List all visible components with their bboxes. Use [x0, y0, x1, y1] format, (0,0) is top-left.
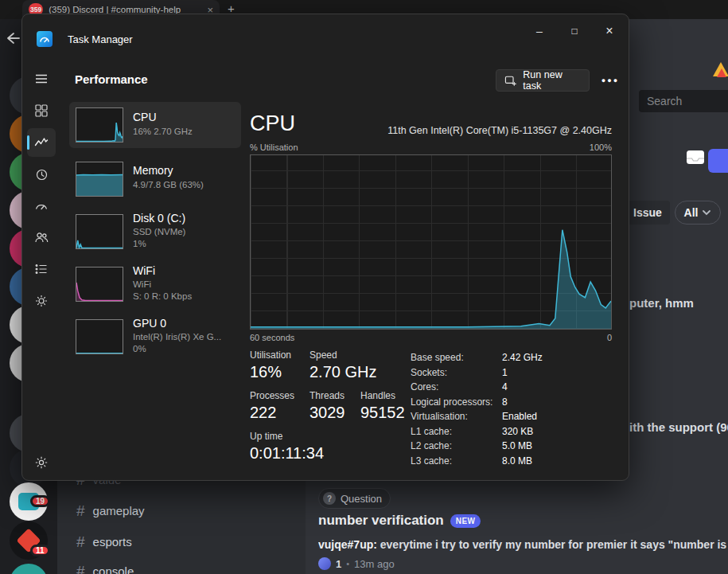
channel-item-console[interactable]: # console — [76, 560, 134, 574]
sidebar-item-app-history[interactable] — [29, 162, 54, 187]
nav-menu-button[interactable] — [29, 66, 54, 92]
sidebar-item-details[interactable] — [29, 256, 54, 282]
detail-value: 8 — [502, 396, 508, 408]
axis-label-60s: 60 seconds — [250, 333, 294, 342]
stat-value: 16% — [250, 363, 291, 381]
perf-item-name: WiFi — [133, 264, 155, 277]
screen: 19 11 # value # gameplay # esports # con… — [0, 0, 728, 574]
detail-label: L3 cache: — [411, 455, 502, 467]
sidebar-item-startup-apps[interactable] — [29, 193, 54, 218]
perf-item-memory[interactable]: Memory 4.9/7.8 GB (63%) — [69, 158, 241, 201]
stat-threads: Threads 3029 — [309, 390, 345, 422]
detail-value: 1 — [502, 367, 508, 378]
issue-tag-button[interactable]: Issue — [625, 201, 670, 225]
gpu-mini-graph — [76, 319, 123, 354]
services-gear-icon — [34, 294, 49, 308]
channel-name: esports — [93, 535, 132, 549]
perf-item-disk[interactable]: Disk 0 (C:) SSD (NVMe) 1% — [69, 207, 241, 256]
sidebar-item-services[interactable] — [29, 288, 54, 314]
stat-processes: Processes 222 — [250, 390, 294, 422]
perf-item-name: CPU — [133, 111, 157, 123]
perf-item-name: GPU 0 — [133, 317, 166, 330]
detail-label: Sockets: — [411, 367, 502, 378]
message-fragment: ith the support (90% — [629, 420, 728, 434]
new-badge: NEW — [450, 514, 481, 528]
avatar — [318, 557, 331, 570]
sidebar-item-users[interactable] — [29, 225, 54, 250]
gauge-icon — [34, 198, 49, 213]
inbox-icon[interactable] — [686, 150, 705, 166]
history-clock-icon — [34, 167, 49, 182]
stat-label: Up time — [250, 431, 324, 442]
cpu-utilisation-graph — [250, 154, 612, 330]
wifi-mini-graph — [76, 267, 123, 302]
perf-item-sub: 1% — [133, 239, 146, 248]
channel-item-esports[interactable]: # esports — [76, 530, 132, 553]
meta-separator: • — [346, 559, 349, 568]
stat-speed: Speed 2.70 GHz — [309, 349, 376, 381]
perf-item-sub: 16% 2.70 GHz — [133, 127, 193, 136]
question-tag-label: Question — [341, 493, 382, 505]
stat-value: 2.70 GHz — [309, 363, 376, 381]
perf-item-gpu[interactable]: GPU 0 Intel(R) Iris(R) Xe G... 0% — [69, 312, 241, 361]
task-manager-window: Task Manager – □ × Performance Run new t… — [21, 14, 629, 481]
filter-all-dropdown[interactable]: All — [675, 201, 721, 225]
detail-value: 4 — [502, 381, 508, 392]
cpu-mini-graph — [76, 107, 123, 143]
server-icon[interactable] — [10, 564, 48, 574]
perf-item-sub: 4.9/7.8 GB (63%) — [133, 180, 204, 189]
details-list-icon — [34, 262, 49, 276]
stat-value: 3029 — [309, 404, 345, 422]
perf-item-name: Memory — [133, 164, 173, 177]
new-tab-button[interactable]: + — [228, 2, 235, 14]
search-input[interactable] — [639, 90, 728, 112]
axis-label-100: 100% — [571, 143, 612, 152]
minimize-button[interactable]: – — [522, 18, 557, 45]
detail-label: L2 cache: — [411, 440, 502, 451]
memory-mini-graph — [76, 162, 123, 197]
perf-item-sub: SSD (NVMe) — [133, 227, 185, 236]
task-manager-app-icon — [37, 31, 53, 47]
stat-utilisation: Utilisation 16% — [250, 349, 291, 381]
post-timestamp: 13m ago — [354, 558, 395, 570]
close-button[interactable]: × — [592, 18, 627, 45]
stat-value: 0:01:11:34 — [250, 444, 324, 463]
stat-value: 222 — [250, 404, 294, 422]
browser-back-icon[interactable] — [5, 30, 21, 46]
channel-name: console — [93, 564, 134, 574]
detail-label: L1 cache: — [411, 426, 502, 437]
message-fragment: puter, hmm — [629, 296, 694, 310]
settings-button[interactable] — [29, 450, 54, 475]
new-post-button[interactable] — [708, 149, 728, 173]
perf-item-cpu[interactable]: CPU 16% 2.70 GHz — [69, 102, 241, 148]
stat-label: Speed — [309, 349, 376, 361]
detail-label: Cores: — [411, 381, 502, 392]
perf-item-name: Disk 0 (C:) — [133, 212, 185, 225]
more-options-button[interactable]: ●●● — [598, 71, 622, 90]
sidebar-item-processes[interactable] — [29, 98, 54, 123]
warning-triangle-inner-icon — [717, 68, 726, 77]
stat-label: Utilisation — [250, 349, 291, 361]
run-new-task-button[interactable]: Run new task — [496, 69, 590, 92]
detail-value: Enabled — [502, 411, 537, 422]
channel-name: gameplay — [93, 504, 145, 517]
detail-value: 320 KB — [502, 426, 533, 437]
question-mark-icon: ? — [323, 492, 336, 505]
question-tag-pill[interactable]: ? Question — [318, 488, 391, 509]
forum-post-title-row[interactable]: number verification NEW — [318, 513, 481, 529]
perf-item-sub: Intel(R) Iris(R) Xe G... — [133, 332, 221, 342]
perf-item-wifi[interactable]: WiFi WiFi S: 0 R: 0 Kbps — [69, 260, 241, 309]
stat-value: 95152 — [360, 404, 405, 422]
forum-post-preview[interactable]: vujqe#7up: everytime i try to verify my … — [318, 538, 727, 551]
sidebar-item-performance[interactable] — [29, 130, 54, 155]
channel-item-gameplay[interactable]: # gameplay — [76, 499, 145, 521]
detail-value: 5.0 MB — [502, 440, 532, 451]
gear-icon — [34, 455, 49, 470]
stat-label: Handles — [360, 390, 405, 401]
page-title: Performance — [75, 72, 148, 86]
axis-label-utilisation: % Utilisation — [250, 143, 298, 152]
axis-label-0: 0 — [571, 333, 612, 342]
cpu-model-subtitle: 11th Gen Intel(R) Core(TM) i5-1135G7 @ 2… — [341, 125, 612, 136]
maximize-button[interactable]: □ — [557, 18, 592, 45]
server-unread-badge: 19 — [30, 495, 50, 507]
